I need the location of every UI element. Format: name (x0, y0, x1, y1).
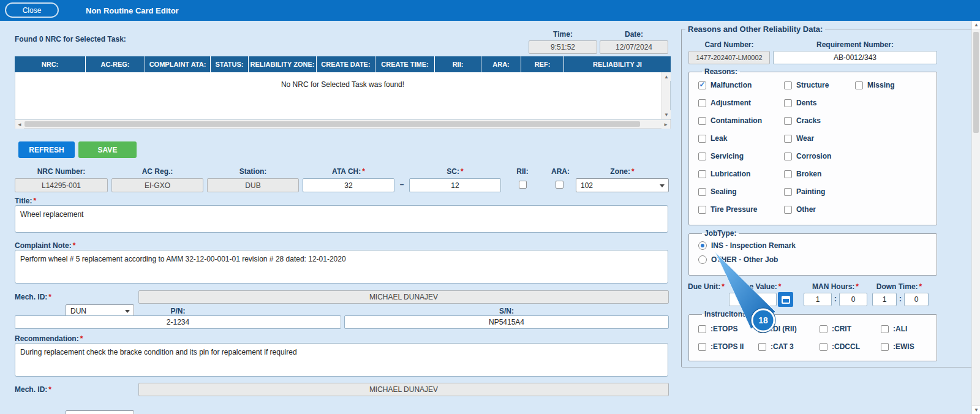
reasons-legend: Reasons: (702, 67, 740, 76)
ata-ch-input[interactable]: 32 (303, 178, 394, 192)
mech-id-select-2[interactable]: DUN (66, 410, 134, 414)
save-button[interactable]: SAVE (78, 141, 137, 158)
zone-select[interactable]: 102 (576, 178, 669, 192)
checkbox-icon[interactable]: ✓ (784, 152, 792, 160)
checkbox-icon[interactable]: ✓ (784, 170, 792, 178)
recommendation-textarea[interactable]: During replacement check the bracke cond… (15, 343, 668, 377)
page-scroll-down-icon[interactable]: ▼ (972, 405, 980, 414)
checkbox-icon[interactable]: ✓ (784, 117, 792, 125)
reason-item-cracks[interactable]: ✓Cracks (784, 116, 855, 125)
jobtype-option-ins[interactable]: INS - Inspection Remark (698, 241, 937, 250)
reason-item-servicing[interactable]: ✓Servicing (698, 152, 784, 160)
instruction-item-di-rii[interactable]: ✓:DI (RII) (758, 325, 820, 333)
reason-item-lubrication[interactable]: ✓Lubrication (698, 170, 784, 178)
man-hours-minutes-input[interactable]: 0 (839, 293, 867, 306)
title-textarea[interactable]: Wheel replacement (15, 205, 668, 233)
page-scroll-thumb[interactable] (973, 32, 979, 133)
instruction-item-cdccl[interactable]: ✓:CDCCL (820, 342, 881, 351)
checkbox-icon[interactable]: ✓ (881, 343, 889, 351)
checkbox-icon[interactable]: ✓ (698, 99, 706, 107)
checkbox-icon[interactable]: ✓ (698, 170, 706, 178)
column-header[interactable]: COMPLAINT ATA: (145, 56, 211, 72)
calendar-button[interactable] (778, 292, 793, 307)
column-header[interactable]: REF: (521, 56, 564, 72)
checkbox-icon[interactable]: ✓ (784, 188, 792, 196)
checkbox-icon[interactable]: ✓ (698, 325, 706, 333)
checkbox-icon[interactable]: ✓ (698, 81, 706, 89)
instruction-item-ali[interactable]: ✓:ALI (881, 325, 937, 333)
reason-item-sealing[interactable]: ✓Sealing (698, 187, 784, 196)
jobtype-option-other[interactable]: OTHER - Other Job (698, 255, 937, 264)
down-time-minutes-input[interactable]: 0 (904, 293, 929, 306)
reason-item-missing[interactable]: ✓Missing (855, 81, 937, 89)
page-vertical-scrollbar[interactable]: ▲ ▼ (971, 21, 980, 414)
due-value-input[interactable] (729, 293, 777, 306)
checkbox-icon[interactable]: ✓ (784, 135, 792, 143)
column-header[interactable]: RELIABILITY JI (564, 56, 671, 72)
column-header[interactable]: NRC: (15, 56, 86, 72)
down-time-hours-input[interactable]: 1 (872, 293, 897, 306)
page-scroll-up-icon[interactable]: ▲ (972, 21, 980, 29)
checkbox-icon[interactable]: ✓ (698, 206, 706, 214)
checkbox-icon[interactable]: ✓ (758, 343, 766, 351)
complaint-note-textarea[interactable]: Perform wheel # 5 replacement according … (15, 250, 668, 284)
column-header[interactable]: CREATE DATE: (317, 56, 375, 72)
checkbox-icon[interactable]: ✓ (698, 188, 706, 196)
required-marker: * (856, 282, 859, 291)
column-header[interactable]: AC-REG: (86, 56, 145, 72)
horizontal-scroll-thumb[interactable] (24, 121, 640, 127)
scroll-down-icon[interactable]: ▼ (662, 110, 671, 119)
sn-input[interactable]: NP5415A4 (344, 315, 669, 329)
instruction-item-etops[interactable]: ✓:ETOPS (698, 325, 758, 333)
reason-item-other[interactable]: ✓Other (784, 205, 855, 214)
column-header[interactable]: STATUS: (211, 56, 249, 72)
checkbox-icon[interactable]: ✓ (698, 343, 706, 351)
checkbox-icon[interactable]: ✓ (784, 206, 792, 214)
reason-item-wear[interactable]: ✓Wear (784, 134, 855, 143)
instruction-item-crit[interactable]: ✓:CRIT (820, 325, 881, 333)
scroll-right-icon[interactable]: ► (662, 120, 670, 129)
reason-item-malfunction[interactable]: ✓Malfunction (698, 81, 784, 89)
checkbox-icon[interactable]: ✓ (820, 325, 827, 333)
column-header[interactable]: RII: (435, 56, 481, 72)
man-hours-hours-input[interactable]: 1 (804, 293, 832, 306)
rii-checkbox[interactable]: ✓ (519, 181, 527, 189)
ara-checkbox[interactable]: ✓ (556, 181, 564, 189)
refresh-button[interactable]: REFRESH (18, 141, 75, 158)
column-header[interactable]: ARA: (481, 56, 521, 72)
reason-item-painting[interactable]: ✓Painting (784, 187, 855, 196)
reason-item-adjustment[interactable]: ✓Adjustment (698, 99, 784, 107)
pn-input[interactable]: 2-1234 (15, 315, 341, 329)
checkbox-icon[interactable]: ✓ (758, 325, 766, 333)
checkbox-icon[interactable]: ✓ (698, 152, 706, 160)
radio-icon[interactable] (698, 241, 707, 250)
column-header[interactable]: CREATE TIME: (375, 56, 435, 72)
checkbox-icon[interactable]: ✓ (698, 135, 706, 143)
checkbox-icon[interactable]: ✓ (698, 117, 706, 125)
reason-item-dents[interactable]: ✓Dents (784, 99, 855, 107)
checkbox-icon[interactable]: ✓ (784, 81, 792, 89)
instruction-item-cat-3[interactable]: ✓:CAT 3 (758, 342, 820, 351)
close-button[interactable]: Close (5, 2, 59, 18)
reason-item-tire-pressure[interactable]: ✓Tire Pressure (698, 205, 784, 214)
instruction-item-ewis[interactable]: ✓:EWIS (881, 342, 937, 351)
reason-item-broken[interactable]: ✓Broken (784, 170, 855, 178)
reason-item-contamination[interactable]: ✓Contamination (698, 116, 784, 125)
scroll-up-icon[interactable]: ▲ (662, 72, 671, 81)
sc-input[interactable]: 12 (409, 178, 501, 192)
table-horizontal-scrollbar[interactable]: ◄ ► (15, 120, 671, 129)
rii-label: RII: (510, 167, 535, 176)
reason-item-structure[interactable]: ✓Structure (784, 81, 855, 89)
checkbox-icon[interactable]: ✓ (855, 81, 863, 89)
checkbox-icon[interactable]: ✓ (784, 99, 792, 107)
checkbox-icon[interactable]: ✓ (881, 325, 889, 333)
radio-icon[interactable] (698, 255, 707, 264)
reason-item-corrosion[interactable]: ✓Corrosion (784, 152, 855, 160)
scroll-left-icon[interactable]: ◄ (15, 120, 24, 129)
checkbox-icon[interactable]: ✓ (820, 343, 827, 351)
column-header[interactable]: RELIABILITY ZONE: (249, 56, 317, 72)
requirement-number-input[interactable]: AB-0012/343 (773, 51, 937, 64)
table-vertical-scrollbar[interactable]: ▲ ▼ (662, 72, 670, 119)
instruction-item-etops-ii[interactable]: ✓:ETOPS II (698, 342, 758, 351)
reason-item-leak[interactable]: ✓Leak (698, 134, 784, 143)
